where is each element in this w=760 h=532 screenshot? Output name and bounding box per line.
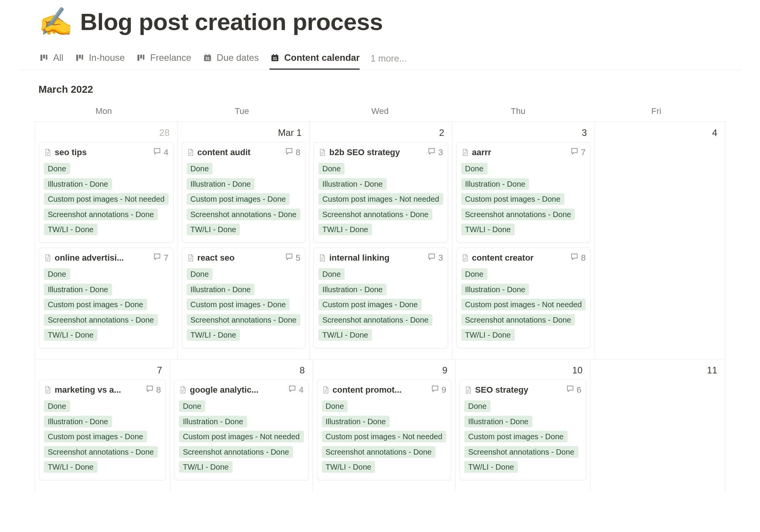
- calendar-card[interactable]: SEO strategy6DoneIllustration - DoneCust…: [459, 380, 586, 480]
- status-tag: Screenshot annotations - Done: [322, 446, 436, 458]
- calendar-card[interactable]: aarrr7DoneIllustration - DoneCustom post…: [456, 142, 591, 243]
- week-row: 7marketing vs a...8DoneIllustration - Do…: [35, 359, 725, 491]
- status-tag: Custom post images - Not needed: [179, 431, 304, 442]
- comment-count[interactable]: 8: [285, 147, 300, 158]
- calendar-grid: MonTueWedThuFri 28seo tips4DoneIllustrat…: [19, 103, 741, 491]
- status-tag: Screenshot annotations - Done: [461, 209, 575, 220]
- document-icon: [461, 148, 469, 157]
- status-tag: Screenshot annotations - Done: [464, 446, 578, 458]
- comment-number: 3: [438, 147, 443, 157]
- status-tag: TW/LI - Done: [322, 461, 375, 473]
- document-icon: [322, 386, 330, 394]
- comment-count[interactable]: 9: [431, 385, 446, 395]
- document-icon: [318, 148, 326, 157]
- status-tag: TW/LI - Done: [464, 461, 518, 473]
- calendar-card[interactable]: content creator8DoneIllustration - DoneC…: [456, 248, 591, 348]
- comment-count[interactable]: 5: [285, 253, 300, 263]
- comment-count[interactable]: 4: [153, 147, 168, 158]
- day-cell[interactable]: 9content promot...9DoneIllustration - Do…: [313, 360, 455, 491]
- tab-label: In-house: [89, 52, 125, 63]
- board-icon: [74, 52, 85, 63]
- comment-count[interactable]: 3: [427, 147, 443, 158]
- status-tag: TW/LI - Done: [187, 329, 240, 341]
- comment-count[interactable]: 4: [288, 385, 303, 395]
- status-tag: Screenshot annotations - Done: [318, 209, 432, 220]
- week-row: 28seo tips4DoneIllustration - DoneCustom…: [35, 122, 725, 359]
- calendar-card[interactable]: seo tips4DoneIllustration - DoneCustom p…: [39, 142, 174, 243]
- calendar-card[interactable]: content promot...9DoneIllustration - Don…: [317, 380, 452, 480]
- comment-count[interactable]: 7: [570, 147, 586, 158]
- day-cell[interactable]: 2b2b SEO strategy3DoneIllustration - Don…: [309, 122, 452, 359]
- day-cell[interactable]: 10SEO strategy6DoneIllustration - DoneCu…: [455, 360, 590, 491]
- comment-count[interactable]: 8: [146, 385, 161, 395]
- tab-freelance[interactable]: Freelance: [136, 47, 191, 70]
- status-tag: Screenshot annotations - Done: [187, 209, 301, 220]
- card-title: react seo: [198, 253, 235, 263]
- day-cell[interactable]: 3aarrr7DoneIllustration - DoneCustom pos…: [452, 122, 595, 359]
- comment-number: 5: [296, 253, 300, 263]
- comment-number: 3: [438, 253, 443, 263]
- calendar-card[interactable]: react seo5DoneIllustration - DoneCustom …: [182, 248, 306, 348]
- card-title: b2b SEO strategy: [329, 147, 400, 157]
- day-cell[interactable]: 11: [590, 360, 725, 491]
- card-title: seo tips: [55, 147, 87, 157]
- status-tag: Custom post images - Done: [187, 193, 290, 205]
- tab-due-dates[interactable]: Due dates: [202, 47, 259, 70]
- status-tag: Illustration - Done: [318, 284, 387, 295]
- calendar-card[interactable]: internal linking3DoneIllustration - Done…: [313, 248, 448, 348]
- day-cell[interactable]: Mar 1content audit8DoneIllustration - Do…: [177, 122, 310, 359]
- status-tag: Illustration - Done: [187, 284, 255, 295]
- calendar-card[interactable]: online advertisi...7DoneIllustration - D…: [39, 248, 174, 348]
- comment-icon: [288, 385, 296, 395]
- day-cell[interactable]: 7marketing vs a...8DoneIllustration - Do…: [35, 360, 170, 491]
- status-tag: Screenshot annotations - Done: [44, 446, 158, 458]
- status-tag: Illustration - Done: [187, 178, 255, 190]
- comment-count[interactable]: 3: [427, 253, 443, 263]
- weekday-label: Fri: [587, 103, 725, 122]
- comment-icon: [431, 385, 439, 395]
- status-tag: Custom post images - Done: [464, 431, 567, 442]
- calendar-card[interactable]: marketing vs a...8DoneIllustration - Don…: [39, 380, 166, 480]
- status-tag: Illustration - Done: [322, 416, 390, 427]
- status-tag: Custom post images - Not needed: [318, 193, 443, 205]
- tab-content-calendar[interactable]: Content calendar: [270, 47, 360, 70]
- calendar-card[interactable]: google analytic...4DoneIllustration - Do…: [174, 380, 309, 480]
- day-number: 3: [456, 126, 591, 142]
- day-cell[interactable]: 4: [594, 122, 725, 359]
- calendar-card[interactable]: b2b SEO strategy3DoneIllustration - Done…: [313, 142, 448, 243]
- tab-label: Due dates: [217, 52, 259, 63]
- day-number: 9: [317, 363, 452, 380]
- weekday-label: Thu: [449, 103, 587, 122]
- weekday-label: Tue: [173, 103, 311, 122]
- status-tag: Illustration - Done: [318, 178, 387, 190]
- status-tag: Custom post images - Not needed: [44, 193, 169, 205]
- status-tag: TW/LI - Done: [318, 224, 372, 235]
- card-title: internal linking: [329, 253, 389, 263]
- status-tag: Illustration - Done: [461, 284, 529, 295]
- day-number: 2: [313, 126, 448, 142]
- comment-number: 8: [156, 385, 161, 395]
- tab-all[interactable]: All: [39, 47, 64, 70]
- status-tag: Illustration - Done: [461, 178, 529, 190]
- comment-count[interactable]: 6: [566, 385, 581, 395]
- comment-count[interactable]: 7: [153, 253, 168, 263]
- page-title[interactable]: Blog post creation process: [80, 8, 383, 35]
- card-title: SEO strategy: [475, 385, 528, 395]
- status-tag: Done: [318, 268, 345, 280]
- page-emoji-icon[interactable]: ✍️: [39, 8, 73, 35]
- day-number: 10: [459, 363, 586, 380]
- calendar-month-label: March 2022: [19, 70, 741, 103]
- status-tag: Done: [464, 400, 490, 412]
- day-cell[interactable]: 28seo tips4DoneIllustration - DoneCustom…: [35, 122, 177, 359]
- comment-number: 9: [442, 385, 446, 395]
- status-tag: Done: [187, 163, 213, 174]
- document-icon: [44, 386, 52, 394]
- card-title: content audit: [198, 147, 251, 157]
- status-tag: Illustration - Done: [44, 178, 112, 190]
- comment-count[interactable]: 8: [570, 253, 586, 263]
- tab-in-house[interactable]: In-house: [74, 47, 125, 70]
- calendar-icon: [270, 52, 280, 63]
- day-cell[interactable]: 8google analytic...4DoneIllustration - D…: [170, 360, 313, 491]
- tabs-more[interactable]: 1 more...: [370, 53, 407, 64]
- calendar-card[interactable]: content audit8DoneIllustration - DoneCus…: [182, 142, 306, 243]
